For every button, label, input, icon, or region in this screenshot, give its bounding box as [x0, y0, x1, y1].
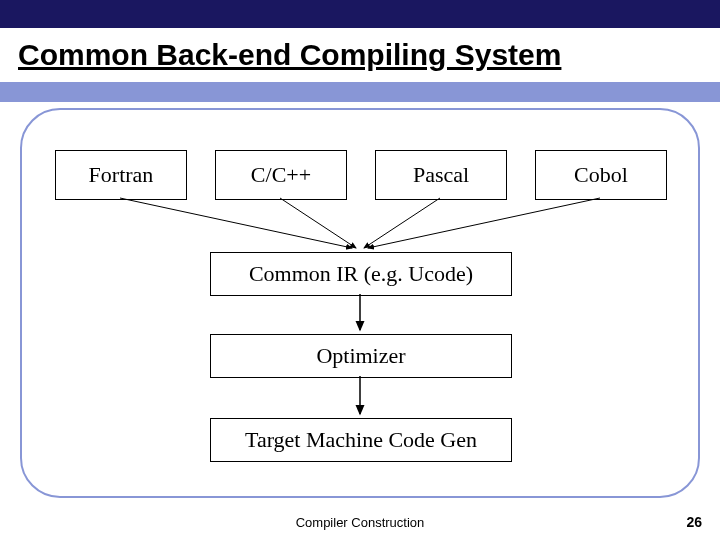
top-accent-bar — [0, 0, 720, 28]
lang-box-pascal: Pascal — [375, 150, 507, 200]
page-number: 26 — [686, 514, 702, 530]
lang-box-ccpp: C/C++ — [215, 150, 347, 200]
stage-codegen: Target Machine Code Gen — [210, 418, 512, 462]
lang-box-cobol: Cobol — [535, 150, 667, 200]
lang-box-fortran: Fortran — [55, 150, 187, 200]
slide: Common Back-end Compiling System Fortran… — [0, 0, 720, 540]
footer-label: Compiler Construction — [0, 515, 720, 530]
slide-title: Common Back-end Compiling System — [18, 38, 561, 72]
title-underline-bar — [0, 82, 720, 102]
stage-opt: Optimizer — [210, 334, 512, 378]
stage-ir: Common IR (e.g. Ucode) — [210, 252, 512, 296]
